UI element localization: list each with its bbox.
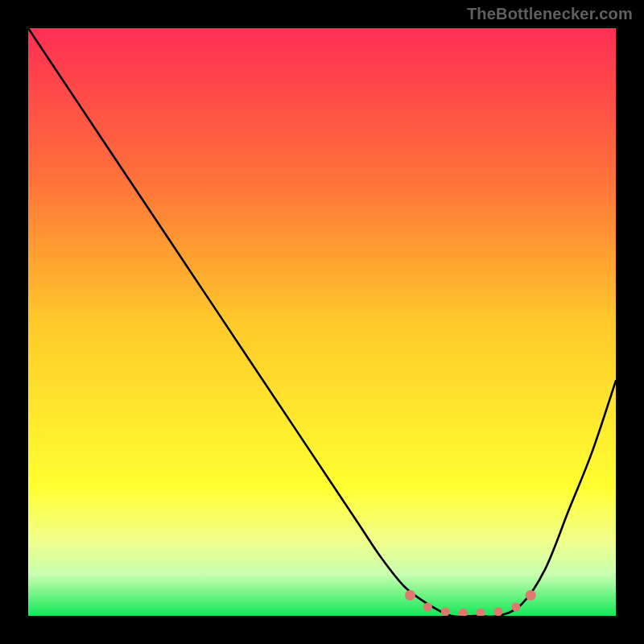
sweet-spot-dot (494, 607, 503, 616)
sweet-spot-dot (405, 590, 415, 601)
watermark-text: TheBottlenecker.com (467, 5, 633, 23)
sweet-spot-dot (511, 603, 520, 612)
sweet-spot-dot (477, 609, 485, 616)
sweet-spot-dot (459, 609, 468, 616)
bottleneck-curve (28, 28, 616, 616)
chart-frame: TheBottlenecker.com (0, 0, 644, 644)
sweet-spot-dot (441, 607, 450, 616)
sweet-spot-dot (526, 590, 536, 601)
plot-area (28, 28, 616, 616)
sweet-spot-dot (423, 603, 432, 612)
chart-overlay (28, 28, 616, 616)
